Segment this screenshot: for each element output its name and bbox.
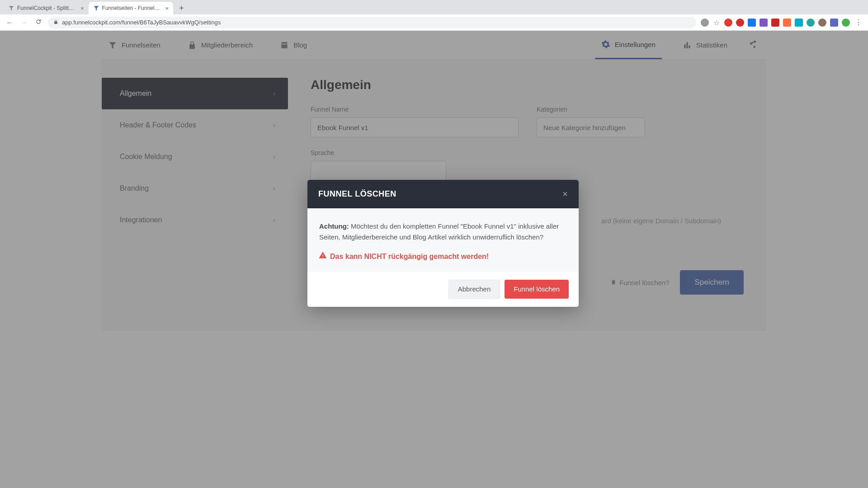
back-button[interactable]: ← [5, 19, 14, 27]
browser-tabs: FunnelCockpit - Splittests, Ma × Funnels… [0, 0, 868, 14]
extension-icon[interactable] [795, 19, 803, 27]
extension-icon[interactable] [724, 19, 732, 27]
extension-icon[interactable] [807, 19, 815, 27]
forward-button[interactable]: → [19, 19, 29, 27]
warning-icon [319, 251, 326, 263]
favicon-icon [93, 5, 99, 11]
extension-icon[interactable] [771, 19, 779, 27]
modal-title: FUNNEL LÖSCHEN [318, 189, 396, 199]
confirm-delete-button[interactable]: Funnel löschen [505, 280, 569, 299]
svg-rect-1 [322, 257, 323, 257]
modal-irreversible-text: Das kann NICHT rückgängig gemacht werden… [319, 251, 567, 263]
menu-icon[interactable]: ⋮ [854, 18, 863, 27]
favicon-icon [8, 5, 14, 11]
close-icon[interactable]: × [562, 189, 568, 199]
url-text: app.funnelcockpit.com/funnel/B6TaJyBSaua… [62, 19, 221, 26]
extension-icon[interactable] [818, 19, 826, 27]
extension-icon[interactable] [736, 19, 744, 27]
avatar[interactable] [842, 19, 850, 27]
star-icon[interactable]: ☆ [712, 19, 721, 27]
tab-title: FunnelCockpit - Splittests, Ma [17, 5, 76, 11]
browser-tab-active[interactable]: Funnelseiten - FunnelCockpit × [89, 2, 174, 14]
url-bar[interactable]: app.funnelcockpit.com/funnel/B6TaJyBSaua… [48, 17, 696, 28]
modal-footer: Abbrechen Funnel löschen [307, 272, 579, 307]
browser-toolbar: ← → app.funnelcockpit.com/funnel/B6TaJyB… [0, 14, 868, 31]
tab-title: Funnelseiten - FunnelCockpit [102, 5, 161, 11]
extension-icon[interactable] [760, 19, 768, 27]
modal-warning-text: Achtung: Möchtest du den kompletten Funn… [319, 221, 567, 243]
close-icon[interactable]: × [80, 5, 84, 12]
browser-tab-inactive[interactable]: FunnelCockpit - Splittests, Ma × [4, 2, 89, 14]
svg-rect-0 [322, 254, 323, 256]
extension-icon[interactable] [701, 19, 709, 27]
close-icon[interactable]: × [165, 5, 169, 12]
cancel-button[interactable]: Abbrechen [448, 280, 500, 299]
extension-icon[interactable] [748, 19, 756, 27]
new-tab-button[interactable]: + [176, 3, 187, 14]
extension-icon[interactable] [783, 19, 791, 27]
modal-body: Achtung: Möchtest du den kompletten Funn… [307, 208, 579, 272]
delete-funnel-modal: FUNNEL LÖSCHEN × Achtung: Möchtest du de… [307, 180, 579, 307]
extension-icon[interactable] [830, 19, 838, 27]
reload-button[interactable] [33, 19, 43, 27]
modal-header: FUNNEL LÖSCHEN × [307, 180, 579, 208]
lock-icon [53, 19, 58, 26]
extensions-tray: ☆ ⋮ [701, 18, 863, 27]
